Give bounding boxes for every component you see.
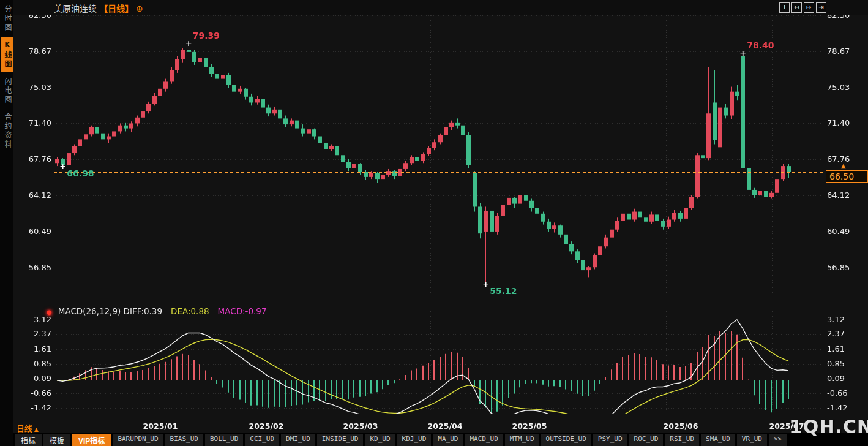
macd-axis-tick-right: 3.12 (827, 315, 866, 325)
price-axis-tick-left: 64.12 (15, 191, 51, 200)
xaxis-month-label: 2025/01 (143, 421, 178, 431)
macd-axis-tick-left: 0.09 (15, 374, 51, 384)
macd-axis-tick-left: 2.37 (15, 329, 51, 339)
macd-axis-tick-left: 0.85 (15, 359, 51, 369)
indicator-toolbar: 指标模板VIP指标BARUPDN_UDBIAS_UDBOLL_UDCCI_UDD… (15, 434, 787, 446)
macd-alert-icon[interactable]: ● (47, 309, 52, 316)
price-axis-tick-left: 71.40 (15, 118, 51, 128)
price-axis-tick-right: 67.76 (827, 154, 866, 164)
macd-value-label: MACD:-0.97 (218, 306, 267, 316)
period-tag[interactable]: 【日线】 (99, 4, 133, 13)
xaxis-month-label: 2025/02 (249, 421, 284, 431)
toolbar-button-RSI_UD[interactable]: RSI_UD (665, 434, 699, 446)
macd-formula-label: MACD(26,12,9) DIFF:0.39 (58, 306, 162, 316)
last-price-arrow-icon: ▲ (841, 162, 846, 169)
macd-axis-tick-left: -0.66 (15, 388, 51, 398)
sidebar-tab-分时图[interactable]: 分时图 (1, 2, 13, 36)
macd-axis-tick-left: -1.42 (15, 403, 51, 413)
trading-app-window: 美原油连续【日线】⊕ ✛↤↦⇥ 分时图K线图闪电图合约资料 82.3082.30… (0, 0, 868, 446)
price-axis-tick-left: 60.49 (15, 227, 51, 236)
toolbar-button-SMA_UD[interactable]: SMA_UD (701, 434, 735, 446)
period-selector-arrow-icon: ▲ (34, 426, 39, 433)
extreme-marker-cross: + (739, 48, 746, 58)
toolbar-button-BIAS_UD[interactable]: BIAS_UD (165, 434, 203, 446)
xaxis-month-label: 2025/05 (512, 421, 547, 431)
toolbar-button-KDJ_UD[interactable]: KDJ_UD (397, 434, 432, 446)
extreme-marker-cross: + (59, 162, 66, 171)
toolbar-button-MACD_UD[interactable]: MACD_UD (465, 434, 503, 446)
bottom-toolbar-strip: 指标模板VIP指标BARUPDN_UDBIAS_UDBOLL_UDCCI_UDD… (13, 433, 868, 446)
watermark: 1QH.CN (790, 416, 868, 437)
price-axis-tick-left: 75.03 (15, 83, 51, 93)
price-axis-tick-left: 78.67 (15, 47, 51, 56)
toolbar-button-OUTSIDE_UD[interactable]: OUTSIDE_UD (541, 434, 591, 446)
macd-axis-tick-right: 0.09 (827, 374, 866, 384)
macd-axis-tick-right: 1.61 (827, 344, 866, 354)
chart-canvas[interactable] (0, 0, 868, 446)
toolbar-button->>[interactable]: >> (769, 434, 787, 446)
topbar: 美原油连续【日线】⊕ ✛↤↦⇥ (0, 0, 868, 15)
low-price-annotation: 66.98 (67, 168, 94, 178)
xaxis-month-label: 2025/03 (343, 421, 378, 431)
toolbar-button-模板[interactable]: 模板 (43, 434, 70, 446)
crosshair-icon[interactable]: ✛ (779, 2, 790, 13)
extreme-marker-cross: + (185, 39, 192, 48)
extreme-marker-cross: + (482, 279, 489, 289)
price-axis-tick-right: 71.40 (827, 118, 866, 128)
toolbar-button-VIP指标[interactable]: VIP指标 (72, 434, 111, 446)
high-price-annotation: 78.40 (747, 40, 774, 50)
price-axis-tick-left: 67.76 (15, 154, 51, 164)
xaxis-month-label: 2025/06 (664, 421, 698, 431)
price-axis-tick-left: 56.85 (15, 263, 51, 273)
high-price-annotation: 79.39 (193, 31, 220, 40)
sidebar-tab-K线图[interactable]: K线图 (1, 37, 13, 72)
macd-dea-label: DEA:0.88 (171, 306, 209, 316)
toolbar-button-指标[interactable]: 指标 (15, 434, 42, 446)
price-axis-tick-right: 75.03 (827, 83, 866, 93)
toolbar-button-INSIDE_UD[interactable]: INSIDE_UD (317, 434, 364, 446)
macd-axis-tick-right: 2.37 (827, 329, 866, 339)
period-selector-label: 日线 (17, 424, 32, 433)
compress-axis-right-icon[interactable]: ↦ (804, 2, 814, 13)
toolbar-button-VR_UD[interactable]: VR_UD (737, 434, 767, 446)
period-selector[interactable]: 日线▲ (17, 422, 39, 434)
toolbar-button-BOLL_UD[interactable]: BOLL_UD (205, 434, 243, 446)
shift-axis-right-icon[interactable]: ⇥ (816, 2, 826, 13)
toolbar-button-CCI_UD[interactable]: CCI_UD (245, 434, 279, 446)
macd-axis-tick-right: -0.66 (827, 388, 866, 398)
macd-axis-tick-left: 3.12 (15, 315, 51, 325)
sidebar-tab-合约资料[interactable]: 合约资料 (1, 110, 13, 153)
toolbar-button-MTM_UD[interactable]: MTM_UD (505, 434, 539, 446)
toolbar-button-ROC_UD[interactable]: ROC_UD (629, 434, 664, 446)
sidebar-tab-闪电图[interactable]: 闪电图 (1, 74, 13, 108)
macd-header: ●MACD(26,12,9) DIFF:0.39DEA:0.88MACD:-0.… (47, 306, 267, 316)
price-axis-tick-right: 56.85 (827, 263, 866, 273)
macd-axis-tick-right: -1.42 (827, 403, 866, 413)
chart-tool-icons: ✛↤↦⇥ (779, 2, 826, 13)
compress-axis-left-icon[interactable]: ↤ (791, 2, 802, 13)
sidebar: 分时图K线图闪电图合约资料 (0, 0, 13, 446)
price-axis-tick-right: 60.49 (827, 227, 866, 236)
toolbar-button-MA_UD[interactable]: MA_UD (433, 434, 463, 446)
toolbar-button-KD_UD[interactable]: KD_UD (365, 434, 395, 446)
price-axis-tick-right: 78.67 (827, 47, 866, 56)
xaxis-month-label: 2025/04 (428, 421, 463, 431)
macd-axis-tick-right: 0.85 (827, 359, 866, 369)
instrument-title: 美原油连续 (54, 4, 97, 13)
chart-title-group: 美原油连续【日线】⊕ (54, 2, 143, 14)
toolbar-button-PSY_UD[interactable]: PSY_UD (593, 434, 627, 446)
macd-axis-tick-left: 1.61 (15, 344, 51, 354)
last-price-tag: 66.50 (826, 170, 868, 183)
price-axis-tick-right: 64.12 (827, 191, 866, 200)
low-price-annotation: 55.12 (490, 286, 517, 296)
toolbar-button-DMI_UD[interactable]: DMI_UD (281, 434, 315, 446)
add-overlay-icon[interactable]: ⊕ (136, 4, 143, 13)
toolbar-button-BARUPDN_UD[interactable]: BARUPDN_UD (113, 434, 163, 446)
